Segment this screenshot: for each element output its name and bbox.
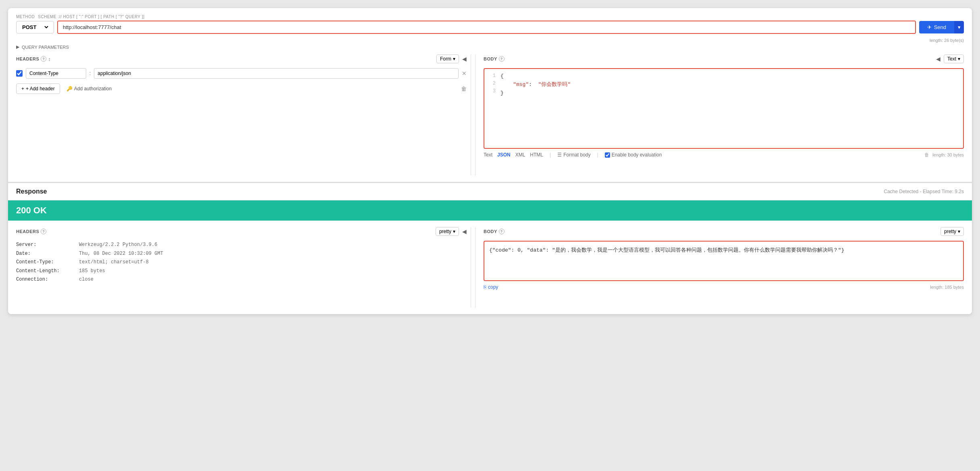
body-format-dropdown[interactable]: Text ▾ xyxy=(944,54,964,63)
send-label: Send xyxy=(934,24,946,30)
resp-headers-table: Server: Werkzeug/2.2.2 Python/3.9.6 Date… xyxy=(16,241,467,284)
headers-arrow-left[interactable]: ◀ xyxy=(462,56,467,62)
resp-body-length: length: 185 bytes xyxy=(930,285,964,290)
body-help-icon[interactable]: ? xyxy=(499,56,505,62)
headers-help-icon[interactable]: ? xyxy=(41,56,46,62)
header-value-0[interactable] xyxy=(94,68,459,79)
resp-headers-title: HEADERS xyxy=(16,229,39,234)
resp-headers-format-dropdown[interactable]: pretty ▾ xyxy=(436,227,459,236)
method-label: METHOD xyxy=(16,15,35,19)
resp-header-val-connection: close xyxy=(79,275,93,284)
resp-headers-arrow-left[interactable]: ◀ xyxy=(462,228,467,235)
tab-html[interactable]: HTML xyxy=(530,152,543,158)
chevron-right-icon: ▶ xyxy=(16,44,19,50)
format-body-button[interactable]: ☰ Format body xyxy=(557,152,590,158)
resp-header-key-server: Server: xyxy=(16,241,73,250)
resp-header-date: Date: Thu, 08 Dec 2022 10:32:09 GMT xyxy=(16,250,467,258)
chevron-down-icon-body: ▾ xyxy=(958,56,960,62)
body-arrow-left[interactable]: ◀ xyxy=(936,56,941,62)
delete-all-headers-button[interactable]: 🗑 xyxy=(461,85,467,92)
copy-icon: ⎘ xyxy=(484,284,486,290)
resp-headers-help-icon[interactable]: ? xyxy=(41,229,46,234)
body-delete-icon[interactable]: 🗑 xyxy=(924,152,929,158)
header-checkbox-0[interactable] xyxy=(16,70,23,77)
response-title: Response xyxy=(16,188,47,195)
resp-header-key-content-length: Content-Length: xyxy=(16,267,73,276)
send-icon: ✈ xyxy=(927,24,932,30)
body-length: length: 30 bytes xyxy=(932,152,964,157)
body-editor[interactable]: 1 2 3 { "msg": "你会数学吗" } xyxy=(484,68,964,149)
request-length-info: length: 26 byte(s) xyxy=(16,38,964,43)
status-code: 200 OK xyxy=(16,205,47,215)
body-line-numbers: 1 2 3 xyxy=(488,72,496,97)
add-authorization-button[interactable]: 🔑 Add authorization xyxy=(66,86,112,92)
resp-header-key-date: Date: xyxy=(16,250,73,258)
resp-header-content-type: Content-Type: text/html; charset=utf-8 xyxy=(16,258,467,267)
resp-header-key-connection: Connection: xyxy=(16,275,73,284)
resp-header-connection: Connection: close xyxy=(16,275,467,284)
headers-format-label: Form xyxy=(440,56,451,62)
resp-body-content: {"code": 0, "data": "是的，我会数学，我是一个大型语言模型，… xyxy=(484,241,964,281)
resp-body-format-label: pretty xyxy=(944,229,956,234)
url-input[interactable] xyxy=(58,21,915,33)
tab-json[interactable]: JSON xyxy=(497,152,511,158)
chevron-down-icon-resp: ▾ xyxy=(453,229,455,234)
header-colon: : xyxy=(89,71,91,76)
format-body-label: Format body xyxy=(563,152,590,158)
headers-format-dropdown[interactable]: Form ▾ xyxy=(436,54,459,63)
resp-header-val-content-length: 185 bytes xyxy=(79,267,105,276)
tab-text[interactable]: Text xyxy=(484,152,492,158)
chevron-down-icon: ▾ xyxy=(453,56,455,62)
resp-header-key-content-type: Content-Type: xyxy=(16,258,73,267)
plus-icon: + xyxy=(21,86,24,92)
body-format-label: Text xyxy=(947,56,956,62)
body-title: BODY xyxy=(484,56,497,61)
send-button[interactable]: ✈ Send xyxy=(919,21,954,33)
query-params-label: QUERY PARAMETERS xyxy=(22,45,69,50)
resp-body-text: {"code": 0, "data": "是的，我会数学，我是一个大型语言模型，… xyxy=(489,247,844,253)
header-row: : ✕ xyxy=(16,68,467,79)
resp-header-val-server: Werkzeug/2.2.2 Python/3.9.6 xyxy=(79,241,157,250)
separator: | xyxy=(550,152,551,158)
header-delete-0[interactable]: ✕ xyxy=(462,70,467,77)
copy-button[interactable]: ⎘ copy xyxy=(484,284,498,290)
resp-header-val-content-type: text/html; charset=utf-8 xyxy=(79,258,149,267)
resp-body-title: BODY xyxy=(484,229,497,234)
key-icon: 🔑 xyxy=(66,86,73,92)
method-select[interactable]: POST GET PUT DELETE PATCH xyxy=(16,21,54,33)
add-header-button[interactable]: + + Add header xyxy=(16,83,60,94)
header-key-0[interactable] xyxy=(26,68,86,79)
add-authorization-label: Add authorization xyxy=(74,86,112,92)
resp-header-content-length: Content-Length: 185 bytes xyxy=(16,267,467,276)
method-dropdown[interactable]: POST GET PUT DELETE PATCH xyxy=(21,24,50,31)
resp-body-format-dropdown[interactable]: pretty ▾ xyxy=(941,227,964,236)
resp-header-server: Server: Werkzeug/2.2.2 Python/3.9.6 xyxy=(16,241,467,250)
tab-xml[interactable]: XML xyxy=(515,152,525,158)
sort-icon[interactable]: ↕ xyxy=(48,56,51,62)
add-header-label: + Add header xyxy=(26,86,55,92)
format-icon: ☰ xyxy=(557,152,562,158)
query-params-toggle[interactable]: ▶ QUERY PARAMETERS xyxy=(16,44,964,50)
resp-headers-format-label: pretty xyxy=(439,229,451,234)
resp-header-val-date: Thu, 08 Dec 2022 10:32:09 GMT xyxy=(79,250,163,258)
separator2: | xyxy=(597,152,598,158)
enable-eval-label: Enable body evaluation xyxy=(612,152,662,158)
url-label: SCHEME :// HOST [ ":" PORT ] [ PATH [ "?… xyxy=(38,15,964,19)
chevron-down-icon-resp-body: ▾ xyxy=(958,229,960,234)
copy-label: copy xyxy=(488,284,498,290)
enable-eval-toggle[interactable]: Enable body evaluation xyxy=(605,152,662,158)
enable-eval-checkbox[interactable] xyxy=(605,152,610,158)
status-bar: 200 OK xyxy=(8,200,972,221)
headers-title: HEADERS xyxy=(16,56,39,61)
send-dropdown-button[interactable]: ▾ xyxy=(954,21,964,33)
resp-body-help-icon[interactable]: ? xyxy=(499,229,505,234)
body-code: { "msg": "你会数学吗" } xyxy=(500,72,571,97)
response-meta: Cache Detected - Elapsed Time: 9.2s xyxy=(884,189,964,194)
